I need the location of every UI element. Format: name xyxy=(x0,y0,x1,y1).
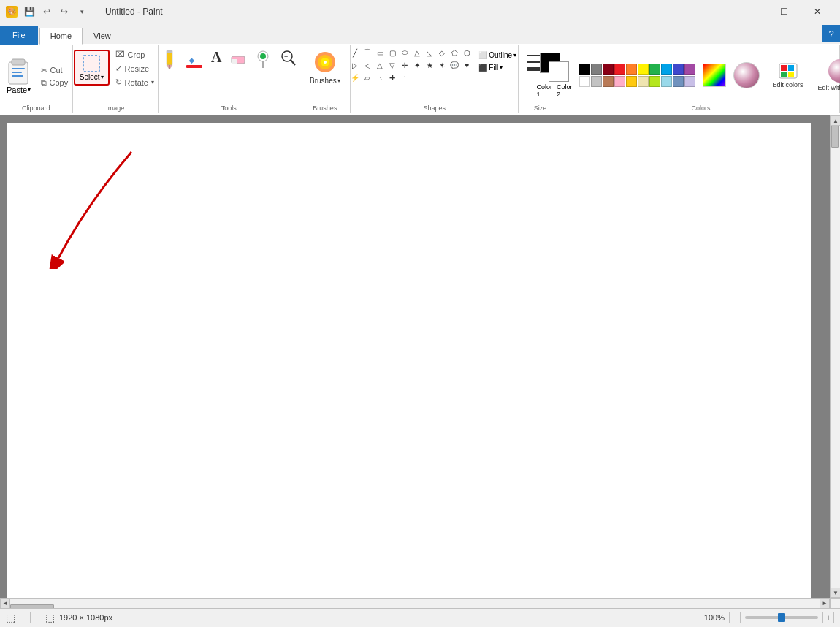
selection-icon: ⬚ xyxy=(6,612,15,623)
paste-dropdown-arrow[interactable]: ▾ xyxy=(28,86,31,93)
tab-home[interactable]: Home xyxy=(39,28,83,45)
select-button[interactable]: Select ▾ xyxy=(74,50,110,86)
save-quick-btn[interactable]: 💾 xyxy=(22,4,37,19)
gradient-swatch[interactable] xyxy=(703,64,726,87)
v-scroll-thumb[interactable] xyxy=(831,126,839,148)
scroll-up-btn[interactable]: ▲ xyxy=(831,115,840,126)
eraser-button[interactable] xyxy=(226,47,250,72)
resize-button[interactable]: ⤢ Resize xyxy=(112,62,157,75)
maximize-button[interactable]: ☐ xyxy=(767,0,801,23)
color2-swatch[interactable] xyxy=(549,61,569,82)
curve-shape[interactable]: ⌒ xyxy=(362,47,373,58)
color-swatch[interactable] xyxy=(638,64,649,75)
parallelogram-shape[interactable]: ▱ xyxy=(362,72,373,83)
line-shape[interactable]: ╱ xyxy=(349,47,361,58)
fill-tool-button[interactable]: ⬥ xyxy=(183,47,206,72)
color-swatch[interactable] xyxy=(591,64,602,75)
triangle-shape[interactable]: △ xyxy=(411,47,423,58)
fill-button[interactable]: ⬛ Fill ▾ xyxy=(476,62,519,73)
scroll-left-btn[interactable]: ◄ xyxy=(0,598,10,609)
right-arrow-shape[interactable]: ▷ xyxy=(349,59,361,71)
select-label: Select xyxy=(80,73,100,81)
color-swatch[interactable] xyxy=(673,76,684,87)
star5-shape[interactable]: ★ xyxy=(424,59,435,71)
callout-shape[interactable]: 💬 xyxy=(448,59,460,71)
color-swatch[interactable] xyxy=(684,76,695,87)
color-swatch[interactable] xyxy=(579,76,590,87)
color-swatch[interactable] xyxy=(614,64,625,75)
color-swatch[interactable] xyxy=(638,76,649,87)
rotate-button[interactable]: ↻ Rotate ▾ xyxy=(112,76,157,88)
ellipse-shape[interactable]: ⬭ xyxy=(399,47,411,58)
left-arrow-shape[interactable]: ◁ xyxy=(362,59,373,71)
color-swatch[interactable] xyxy=(591,76,602,87)
app-icon: 🎨 xyxy=(6,6,18,18)
quick-access-dropdown[interactable]: ▾ xyxy=(75,4,89,19)
scroll-down-btn[interactable]: ▼ xyxy=(831,588,840,598)
tab-view[interactable]: View xyxy=(83,28,122,45)
svg-rect-11 xyxy=(186,65,202,68)
pentagon-shape[interactable]: ⬠ xyxy=(448,47,460,58)
color-swatch[interactable] xyxy=(579,64,590,75)
heart-shape[interactable]: ♥ xyxy=(461,59,473,71)
4way-arrow-shape[interactable]: ✛ xyxy=(399,59,411,71)
zoom-button[interactable]: + xyxy=(276,47,299,72)
edit-paint3d-button[interactable]: Edit with Paint 3D xyxy=(814,57,840,94)
pencil-button[interactable] xyxy=(158,47,181,72)
cross-shape[interactable]: ✚ xyxy=(386,72,398,83)
zoom-thumb[interactable] xyxy=(778,613,785,622)
close-button[interactable]: ✕ xyxy=(801,0,834,23)
color-swatch[interactable] xyxy=(661,76,672,87)
scroll-right-btn[interactable]: ► xyxy=(820,598,830,609)
color-swatch[interactable] xyxy=(649,76,660,87)
rect-shape[interactable]: ▭ xyxy=(374,47,386,58)
trapezoid-shape[interactable]: ⏢ xyxy=(374,72,386,83)
copy-button[interactable]: ⧉ Copy xyxy=(38,77,72,89)
selection-status: ⬚ xyxy=(6,612,15,623)
zoom-slider[interactable] xyxy=(745,616,818,619)
paste-button[interactable]: Paste ▾ xyxy=(1,53,37,97)
color-swatch[interactable] xyxy=(626,76,637,87)
lightning-shape[interactable]: ⚡ xyxy=(349,72,361,83)
brushes-dropdown-arrow[interactable]: ▾ xyxy=(337,77,340,84)
undo-quick-btn[interactable]: ↩ xyxy=(39,4,54,19)
edit-colors-button[interactable]: Edit colors xyxy=(768,60,806,91)
right-triangle-shape[interactable]: ◺ xyxy=(424,47,435,58)
outline-dropdown-arrow[interactable]: ▾ xyxy=(513,52,516,58)
color-swatch[interactable] xyxy=(603,64,614,75)
star4-shape[interactable]: ✦ xyxy=(411,59,423,71)
horizontal-scrollbar: ◄ ► xyxy=(0,598,830,608)
outline-button[interactable]: ⬜ Outline ▾ xyxy=(476,50,519,61)
color-swatch[interactable] xyxy=(684,64,695,75)
hexagon-shape[interactable]: ⬡ xyxy=(461,47,473,58)
text-button[interactable]: A xyxy=(207,47,225,68)
tab-file[interactable]: File xyxy=(0,26,38,45)
select-dropdown-arrow[interactable]: ▾ xyxy=(101,74,104,80)
color-swatch[interactable] xyxy=(661,64,672,75)
zoom-plus-btn[interactable]: + xyxy=(822,612,834,623)
fill-dropdown-arrow[interactable]: ▾ xyxy=(500,64,503,71)
minimize-button[interactable]: ─ xyxy=(733,0,767,23)
v-scroll-track[interactable] xyxy=(831,126,840,588)
scroll-shape-up[interactable]: ↑ xyxy=(399,72,411,83)
color-swatch[interactable] xyxy=(626,64,637,75)
color-swatch[interactable] xyxy=(614,76,625,87)
zoom-minus-btn[interactable]: − xyxy=(729,612,741,623)
rounded-rect-shape[interactable]: ▢ xyxy=(386,47,398,58)
crop-button[interactable]: ⌧ Crop xyxy=(112,48,157,61)
down-arrow-shape[interactable]: ▽ xyxy=(386,59,398,71)
h-scroll-thumb[interactable] xyxy=(10,604,54,609)
paint-canvas[interactable] xyxy=(7,123,811,598)
brushes-button[interactable]: Brushes ▾ xyxy=(306,47,344,87)
color-swatch[interactable] xyxy=(603,76,614,87)
star6-shape[interactable]: ✶ xyxy=(436,59,448,71)
color-picker-button[interactable] xyxy=(251,47,275,72)
color-swatch[interactable] xyxy=(673,64,684,75)
cut-button[interactable]: ✂ Cut xyxy=(38,64,72,77)
rotate-dropdown-arrow[interactable]: ▾ xyxy=(151,79,154,86)
diamond-shape[interactable]: ◇ xyxy=(436,47,448,58)
help-button[interactable]: ? xyxy=(822,25,840,42)
color-swatch[interactable] xyxy=(649,64,660,75)
up-arrow-shape[interactable]: △ xyxy=(374,59,386,71)
redo-quick-btn[interactable]: ↪ xyxy=(57,4,72,19)
